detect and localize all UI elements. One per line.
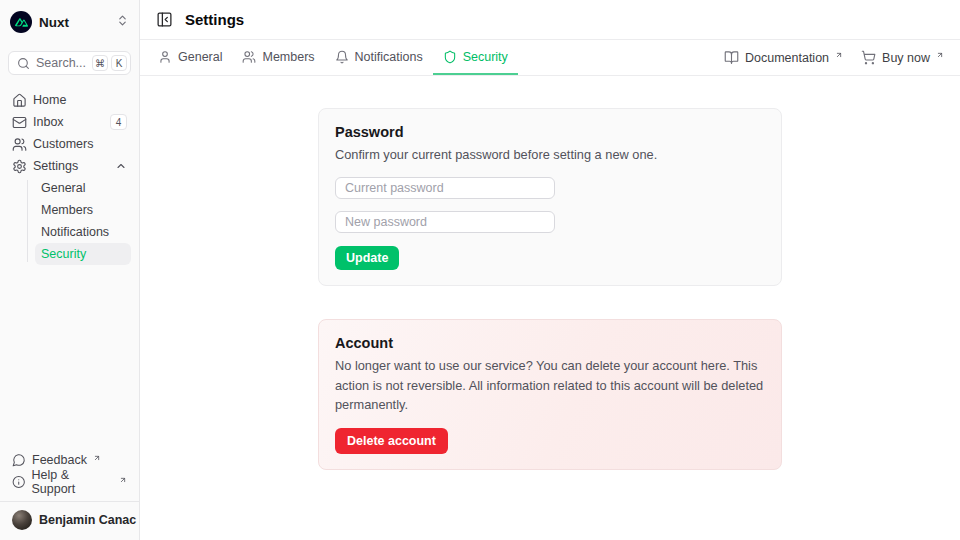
external-link-icon — [93, 450, 101, 465]
tab-label: Members — [262, 50, 314, 64]
sidebar-subitem-label: Notifications — [41, 225, 109, 239]
account-card-description: No longer want to use our service? You c… — [335, 356, 765, 415]
search-placeholder: Search... — [36, 56, 86, 70]
kbd-k: K — [111, 55, 127, 71]
action-label: Buy now — [882, 51, 930, 65]
avatar — [12, 510, 32, 530]
tab-label: Security — [463, 50, 508, 64]
footer-link-label: Feedback — [32, 453, 87, 467]
account-card: Account No longer want to use our servic… — [318, 319, 782, 470]
password-card-description: Confirm your current password before set… — [335, 145, 765, 165]
sidebar-item-label: Inbox — [33, 115, 64, 129]
external-link-icon — [119, 472, 127, 487]
chevrons-up-down-icon — [116, 14, 129, 30]
tab-members[interactable]: Members — [232, 40, 324, 75]
footer-link-label: Help & Support — [31, 468, 113, 496]
nuxt-logo-icon — [10, 11, 32, 33]
sidebar-item-label: Settings — [33, 159, 78, 173]
user-name: Benjamin Canac — [39, 513, 136, 527]
sidebar-item-help-support[interactable]: Help & Support — [8, 471, 131, 493]
sidebar: Nuxt Search... ⌘ K Home Inbox 4 — [0, 0, 140, 540]
team-switcher[interactable]: Nuxt — [8, 8, 131, 36]
app: Nuxt Search... ⌘ K Home Inbox 4 — [0, 0, 960, 540]
team-name: Nuxt — [39, 15, 69, 30]
panel-left-close-icon[interactable] — [156, 11, 173, 28]
users-icon — [12, 137, 27, 152]
sidebar-spacer — [8, 265, 131, 449]
main: Settings General Members Notifications S… — [140, 0, 960, 540]
sidebar-item-customers[interactable]: Customers — [8, 133, 131, 155]
tab-label: Notifications — [355, 50, 423, 64]
user-icon — [158, 50, 172, 64]
current-password-field[interactable] — [335, 177, 555, 199]
sidebar-subitem-notifications[interactable]: Notifications — [35, 221, 131, 243]
content: Password Confirm your current password b… — [140, 76, 960, 540]
delete-account-button[interactable]: Delete account — [335, 428, 448, 454]
user-menu[interactable]: Benjamin Canac — [8, 502, 131, 532]
sidebar-subitem-label: Security — [41, 247, 86, 261]
page-header: Settings — [140, 0, 960, 40]
tabbar: General Members Notifications Security D… — [140, 40, 960, 76]
sidebar-nav: Home Inbox 4 Customers Settings General — [8, 89, 131, 265]
password-card-title: Password — [335, 124, 765, 140]
sidebar-item-inbox[interactable]: Inbox 4 — [8, 111, 131, 133]
page-title: Settings — [185, 11, 244, 28]
shopping-cart-icon — [861, 50, 876, 65]
buy-now-link[interactable]: Buy now — [861, 50, 944, 65]
tabbar-actions: Documentation Buy now — [724, 40, 944, 75]
new-password-field[interactable] — [335, 211, 555, 233]
tab-notifications[interactable]: Notifications — [325, 40, 433, 75]
sidebar-subitem-general[interactable]: General — [35, 177, 131, 199]
sidebar-item-label: Customers — [33, 137, 93, 151]
password-card: Password Confirm your current password b… — [318, 108, 782, 286]
tab-general[interactable]: General — [148, 40, 232, 75]
inbox-icon — [12, 115, 27, 130]
search-input[interactable]: Search... ⌘ K — [8, 51, 131, 75]
message-circle-icon — [12, 453, 26, 467]
chevron-up-icon — [115, 160, 127, 172]
home-icon — [12, 93, 27, 108]
documentation-link[interactable]: Documentation — [724, 50, 843, 65]
settings-subnav: General Members Notifications Security — [27, 177, 131, 265]
sidebar-subitem-security[interactable]: Security — [35, 243, 131, 265]
external-link-icon — [835, 48, 843, 62]
book-open-icon — [724, 50, 739, 65]
inbox-count-badge: 4 — [110, 114, 127, 130]
update-button[interactable]: Update — [335, 246, 399, 270]
tab-security[interactable]: Security — [433, 40, 518, 75]
users-icon — [242, 50, 256, 64]
action-label: Documentation — [745, 51, 829, 65]
sidebar-item-label: Home — [33, 93, 66, 107]
shield-icon — [443, 50, 457, 64]
sidebar-item-home[interactable]: Home — [8, 89, 131, 111]
tab-label: General — [178, 50, 222, 64]
kbd-meta: ⌘ — [92, 55, 108, 71]
external-link-icon — [936, 48, 944, 62]
sidebar-subitem-members[interactable]: Members — [35, 199, 131, 221]
sidebar-subitem-label: Members — [41, 203, 93, 217]
search-icon — [17, 57, 30, 70]
account-card-title: Account — [335, 335, 765, 351]
bell-icon — [335, 50, 349, 64]
sidebar-item-settings[interactable]: Settings — [8, 155, 131, 177]
info-icon — [12, 475, 25, 489]
search-shortcut: ⌘ K — [92, 55, 127, 71]
sidebar-subitem-label: General — [41, 181, 85, 195]
gear-icon — [12, 159, 27, 174]
